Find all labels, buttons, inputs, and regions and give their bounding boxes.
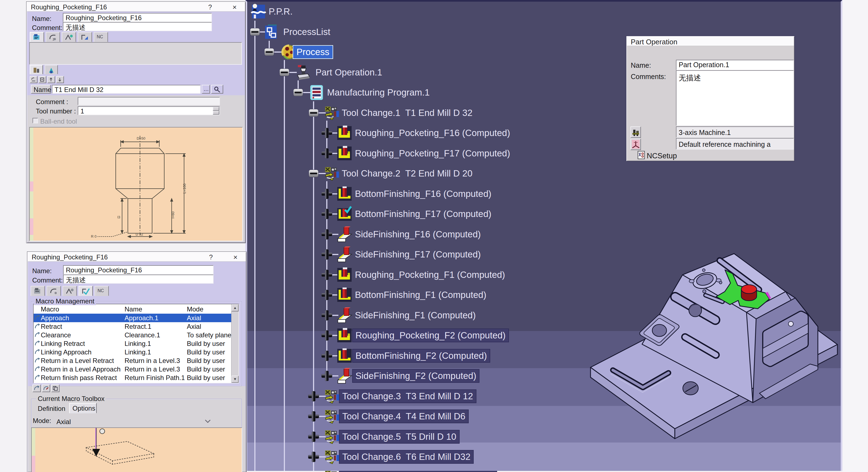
tree-item-tool-change-1-t1-end-mill-d-32[interactable]: Tool Change.1 T1 End Mill D 32 (342, 108, 472, 118)
macro-row-linking-retract[interactable]: Linking RetractLinking.1Build by user (34, 339, 239, 348)
tree-icon-bottom[interactable] (337, 287, 353, 303)
tab-technology[interactable]: 2 (46, 32, 60, 42)
tab-feedrate[interactable] (63, 286, 77, 296)
help-button[interactable]: ? (208, 3, 212, 11)
macro-row-retract[interactable]: RetractRetract.1Axial (34, 322, 239, 331)
tool-search-button[interactable] (211, 85, 223, 94)
machine-field[interactable]: 3-axis Machine.1 (676, 126, 794, 138)
tree-item-sidefinishing-f2-computed[interactable]: SideFinishing_F2 (Computed) (352, 369, 479, 383)
tree-icon-rough[interactable] (337, 267, 353, 283)
tree-icon-toolchange[interactable] (324, 105, 340, 121)
tree-item-sidefinishing-f17-computed[interactable]: SideFinishing_F17 (Computed) (355, 249, 481, 260)
tree-expand-button[interactable] (321, 331, 332, 340)
tool-up-button[interactable] (48, 76, 55, 83)
tree-item-bottomfinishing-f1-computed[interactable]: BottomFinishing_F1 (Computed) (355, 290, 486, 300)
name-field[interactable]: Roughing_Pocketing_F16 (63, 265, 214, 275)
name-field[interactable]: Part Operation.1 (676, 60, 794, 70)
tab-technology[interactable] (46, 286, 61, 296)
tree-item-tool-change-4-t4-end-mill-d6[interactable]: Tool Change.4 T4 End Mill D6 (339, 409, 469, 423)
tree-expand-button[interactable] (321, 209, 332, 219)
tree-item-tool-change-6-t6-end-mill-d32[interactable]: Tool Change.6 T6 End Mill D32 (339, 450, 474, 464)
macro-row-return-finish-pass-retract[interactable]: Return finish pass RetractReturn Finish … (34, 373, 239, 382)
macro-row-approach[interactable]: ApproachApproach.1Axial (34, 314, 239, 322)
tree-expand-button[interactable] (308, 452, 319, 462)
tree-expand-button[interactable] (321, 270, 332, 280)
machine-button[interactable] (630, 126, 641, 138)
tab-options[interactable]: Options (69, 403, 97, 413)
tool-name-field[interactable]: T1 End Mill D 32 (52, 85, 200, 94)
scroll-up-button[interactable]: ▲ (231, 304, 239, 311)
tree-icon-toolchange[interactable] (324, 388, 340, 404)
tree-item-tool-change-3-t3-end-mill-d-12[interactable]: Tool Change.3 T3 End Mill D 12 (339, 390, 476, 403)
tree-expand-button[interactable] (321, 229, 332, 239)
tool-number-field[interactable]: 1 (78, 106, 220, 115)
macro-table[interactable]: Macro Name Mode ApproachApproach.1AxialR… (33, 304, 239, 383)
close-button[interactable]: × (232, 3, 237, 11)
tree-expand-button[interactable] (321, 371, 332, 381)
tab-definition[interactable]: Definition (38, 405, 65, 412)
dialog-titlebar[interactable]: Roughing_Pocketing_F16 ? × (28, 252, 246, 262)
tab-macro[interactable] (78, 32, 92, 42)
tree-item-roughing-pocketing-f1-computed[interactable]: Roughing_Pocketing_F1 (Computed) (355, 270, 505, 280)
tree-item-processlist[interactable]: ProcessList (283, 27, 331, 37)
tree-expand-button[interactable] (321, 290, 332, 300)
tree-expand-button[interactable] (321, 148, 332, 158)
tool-list-button[interactable] (30, 76, 37, 83)
dialog-titlebar[interactable]: Part Operation (627, 37, 794, 46)
mode-value[interactable]: Axial (57, 418, 71, 426)
tree-item-sidefinishing-f16-computed[interactable]: SideFinishing_F16 (Computed) (355, 229, 481, 240)
tree-icon-toolchange[interactable] (324, 166, 340, 181)
tree-collapse-button[interactable] (265, 48, 274, 56)
tree-icon-bottom[interactable] (337, 348, 353, 364)
table-scrollbar[interactable]: ▲ ▼ (231, 304, 239, 383)
tree-expand-button[interactable] (308, 411, 319, 421)
tree-expand-button[interactable] (308, 391, 319, 401)
tab-nc[interactable]: NC (94, 32, 108, 42)
dialog-titlebar[interactable]: Roughing_Pocketing_F16 ? × (27, 2, 245, 11)
tab-nc[interactable]: NC (94, 286, 109, 296)
tab-tool[interactable] (44, 65, 58, 74)
tab-macro[interactable] (79, 286, 93, 296)
tree-collapse-button[interactable] (309, 170, 318, 177)
tree-item-bottomfinishing-f17-computed[interactable]: BottomFinishing_F17 (Computed) (355, 209, 491, 219)
tool-down-button[interactable] (56, 76, 64, 83)
help-button[interactable]: ? (209, 254, 213, 261)
spinner-up[interactable] (213, 107, 219, 111)
tree-expand-button[interactable] (321, 249, 332, 260)
comments-field[interactable]: 无描述 (676, 70, 794, 126)
tree-item-p-p-r[interactable]: P.P.R. (269, 6, 292, 17)
tree-item-roughing-pocketing-f16-computed[interactable]: Roughing_Pocketing_F16 (Computed) (355, 128, 510, 138)
macro-row-clearance[interactable]: ClearanceClearance.1To safety plane (34, 331, 239, 339)
tree-icon-toolchange[interactable] (324, 469, 340, 472)
tree-icon-rough[interactable] (337, 125, 353, 141)
tree-item[interactable] (339, 471, 497, 472)
macro-copy-button[interactable] (51, 384, 60, 392)
tree-icon-partop[interactable] (295, 64, 311, 80)
ncsetup-label[interactable]: NCSetup (647, 152, 677, 160)
axis-field[interactable]: Default reference machining a (676, 138, 794, 149)
tree-icon-side[interactable] (337, 307, 353, 323)
tree-icon-toolchange[interactable] (324, 449, 340, 465)
tree-collapse-button[interactable] (293, 89, 303, 96)
axis-button[interactable] (630, 138, 641, 150)
tree-item-roughing-pocketing-f2-computed[interactable]: Roughing_Pocketing_F2 (Computed) (352, 329, 509, 342)
tree-item-part-operation-1[interactable]: Part Operation.1 (315, 67, 382, 78)
macro-row-return-in-a-level-retract[interactable]: Return in a Level RetractReturn in a Lev… (34, 356, 239, 365)
ball-end-checkbox[interactable] (32, 118, 38, 123)
tree-icon-bottomchk[interactable] (337, 206, 353, 222)
spinner-down[interactable] (213, 111, 219, 114)
macro-edit-button[interactable] (42, 384, 50, 392)
comment-field[interactable]: 无描述 (63, 275, 214, 284)
tree-item-sidefinishing-f1-computed[interactable]: SideFinishing_F1 (Computed) (355, 310, 475, 321)
chevron-down-icon[interactable] (204, 419, 211, 424)
tree-icon-rough[interactable] (337, 328, 353, 343)
tree-expand-button[interactable] (321, 351, 332, 361)
macro-row-return-in-a-level-approach[interactable]: Return in a Level ApproachReturn in a Le… (34, 365, 239, 373)
scroll-down-button[interactable]: ▼ (231, 376, 239, 383)
tree-item-roughing-pocketing-f17-computed[interactable]: Roughing_Pocketing_F17 (Computed) (355, 148, 510, 159)
tree-icon-plist[interactable] (264, 24, 280, 40)
tree-expand-button[interactable] (308, 432, 319, 442)
tree-item-tool-change-5-t5-drill-d-10[interactable]: Tool Change.5 T5 Drill D 10 (339, 430, 460, 444)
tree-icon-side[interactable] (337, 246, 353, 263)
tree-icon-rough[interactable] (337, 145, 353, 161)
